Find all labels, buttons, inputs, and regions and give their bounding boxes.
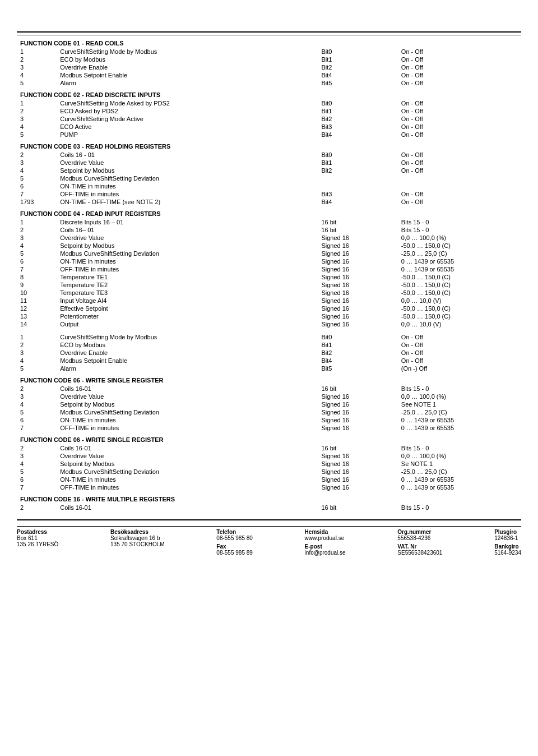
cell-datatype: Bit0: [318, 99, 397, 107]
cell-description: Alarm: [57, 79, 318, 87]
cell-datatype: Bit4: [318, 357, 397, 365]
cell-register: 3: [17, 452, 57, 460]
cell-register: 3: [17, 115, 57, 123]
section-header-cell: FUNCTION CODE 01 - READ COILS: [17, 35, 521, 48]
table-row: 7OFF-TIME in minutesSigned 160 … 1439 or…: [17, 265, 521, 273]
cell-range: On - Off: [398, 99, 521, 107]
table-row: 6ON-TIME in minutes: [17, 182, 521, 190]
section-header-row: FUNCTION CODE 01 - READ COILS: [17, 35, 521, 48]
cell-description: Overdrive Value: [57, 159, 318, 167]
cell-register: 5: [17, 250, 57, 257]
cell-register: 5: [17, 131, 57, 139]
cell-range: -50,0 … 150,0 (C): [398, 242, 521, 250]
table-row: 3Overdrive ValueSigned 160,0 … 100,0 (%): [17, 234, 521, 242]
cell-description: ECO Asked by PDS2: [57, 107, 318, 115]
cell-register: 7: [17, 190, 57, 198]
cell-datatype: Bit0: [318, 48, 397, 56]
addr-line: Fax: [216, 543, 253, 550]
cell-description: Setpoint by Modbus: [57, 242, 318, 250]
cell-datatype: Signed 16: [318, 281, 397, 289]
cell-description: Coils 16-01: [57, 444, 318, 452]
cell-range: [398, 174, 521, 182]
cell-datatype: Signed 16: [318, 424, 397, 432]
cell-register: 1793: [17, 198, 57, 206]
cell-range: On - Off: [398, 333, 521, 341]
cell-range: 0,0 … 10,0 (V): [398, 320, 521, 328]
cell-description: Overdrive Value: [57, 452, 318, 460]
cell-datatype: Bit2: [318, 349, 397, 357]
cell-register: 3: [17, 159, 57, 167]
footer-company: [17, 519, 521, 523]
table-row: 3Overdrive EnableBit2On - Off: [17, 349, 521, 357]
table-row: 3Overdrive ValueSigned 160,0 … 100,0 (%): [17, 452, 521, 460]
cell-register: 2: [17, 444, 57, 452]
cell-description: ON-TIME in minutes: [57, 416, 318, 424]
cell-register: 6: [17, 476, 57, 483]
cell-register: 3: [17, 63, 57, 71]
section-header-row: FUNCTION CODE 06 - WRITE SINGLE REGISTER: [17, 432, 521, 444]
cell-description: ON-TIME in minutes: [57, 257, 318, 265]
cell-range: See NOTE 1: [398, 400, 521, 408]
table-row: 1CurveShiftSetting Mode Asked by PDS2Bit…: [17, 99, 521, 107]
cell-range: On - Off: [398, 198, 521, 206]
cell-register: 9: [17, 281, 57, 289]
cell-register: 3: [17, 393, 57, 400]
cell-range: On - Off: [398, 357, 521, 365]
cell-range: 0 … 1439 or 65535: [398, 416, 521, 424]
cell-range: On - Off: [398, 115, 521, 123]
cell-datatype: Signed 16: [318, 297, 397, 305]
addr-line: 08-555 985 89: [216, 550, 253, 556]
cell-description: Coils 16– 01: [57, 226, 318, 234]
table-row: 7OFF-TIME in minutesBit3On - Off: [17, 190, 521, 198]
cell-register: 4: [17, 71, 57, 79]
cell-datatype: Signed 16: [318, 257, 397, 265]
cell-datatype: Signed 16: [318, 265, 397, 273]
table-row: 11Input Voltage AI4Signed 160,0 … 10,0 (…: [17, 297, 521, 305]
table-row: 2Coils 16– 0116 bitBits 15 - 0: [17, 226, 521, 234]
cell-register: 8: [17, 273, 57, 281]
cell-register: 14: [17, 320, 57, 328]
footer-address-block: BesöksadressSolkraftsvägen 16 b135 70 ST…: [110, 529, 165, 556]
cell-description: Output: [57, 320, 318, 328]
cell-range: Bits 15 - 0: [398, 504, 521, 511]
cell-range: On - Off: [398, 107, 521, 115]
cell-range: On - Off: [398, 131, 521, 139]
cell-register: 2: [17, 385, 57, 393]
addr-line: 556538-4236: [397, 535, 442, 541]
cell-datatype: Signed 16: [318, 273, 397, 281]
section-header-row: FUNCTION CODE 03 - READ HOLDING REGISTER…: [17, 139, 521, 151]
cell-range: On - Off: [398, 151, 521, 159]
footer-address-block: PostadressBox 611135 26 TYRESÖ: [17, 529, 58, 556]
table-row: 1793ON-TIME - OFF-TIME (see NOTE 2)Bit4O…: [17, 198, 521, 206]
cell-range: On - Off: [398, 167, 521, 174]
cell-description: OFF-TIME in minutes: [57, 265, 318, 273]
cell-range: -25,0 … 25,0 (C): [398, 408, 521, 416]
addr-line: 135 26 TYRESÖ: [17, 541, 58, 547]
cell-register: 5: [17, 408, 57, 416]
cell-description: PUMP: [57, 131, 318, 139]
table-row: 2ECO by ModbusBit1On - Off: [17, 341, 521, 349]
footer-address-block: Plusgiro124836-1Bankgiro5164-9234: [494, 529, 521, 556]
section-header-cell: FUNCTION CODE 06 - WRITE SINGLE REGISTER: [17, 372, 521, 385]
cell-register: 1: [17, 99, 57, 107]
cell-range: -50,0 … 150,0 (C): [398, 289, 521, 297]
cell-description: Modbus CurveShiftSetting Deviation: [57, 468, 318, 476]
cell-range: On - Off: [398, 341, 521, 349]
cell-datatype: Signed 16: [318, 468, 397, 476]
addr-line: E-post: [305, 543, 346, 550]
table-row: 5Modbus CurveShiftSetting DeviationSigne…: [17, 468, 521, 476]
cell-datatype: Signed 16: [318, 320, 397, 328]
cell-description: ON-TIME in minutes: [57, 182, 318, 190]
cell-datatype: Bit3: [318, 190, 397, 198]
table-row: 3Overdrive ValueSigned 160,0 … 100,0 (%): [17, 393, 521, 400]
table-row: 3CurveShiftSetting Mode ActiveBit2On - O…: [17, 115, 521, 123]
table-row: 2Coils 16-0116 bitBits 15 - 0: [17, 385, 521, 393]
table-row: 10Temperature TE3Signed 16-50,0 … 150,0 …: [17, 289, 521, 297]
cell-register: 5: [17, 79, 57, 87]
cell-description: CurveShiftSetting Mode Active: [57, 115, 318, 123]
cell-datatype: Signed 16: [318, 250, 397, 257]
cell-register: 12: [17, 305, 57, 312]
cell-datatype: Signed 16: [318, 408, 397, 416]
cell-datatype: [318, 174, 397, 182]
addr-label: Hemsida: [305, 529, 346, 535]
